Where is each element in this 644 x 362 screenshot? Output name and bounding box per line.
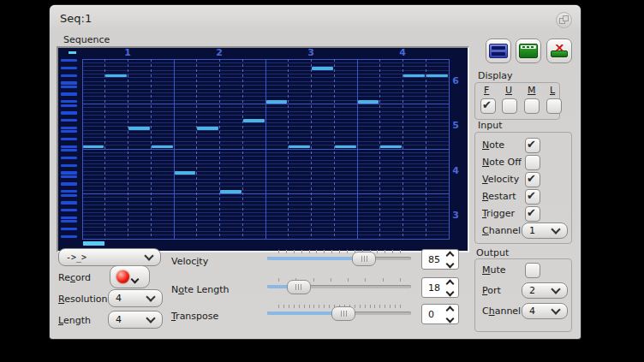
length-combo[interactable]: 4 xyxy=(108,311,163,329)
transpose-slider-label: Transpose xyxy=(171,311,218,322)
delete-button[interactable]: ✕ xyxy=(546,39,572,63)
display-groupbox: F U M L ✔ ✔ ✔ ✔ xyxy=(474,82,560,120)
grid-line xyxy=(334,59,335,240)
display-m-checkbox[interactable]: ✔ xyxy=(524,98,540,114)
chevron-down-icon xyxy=(146,292,155,301)
record-label: Record xyxy=(58,272,91,283)
note-off-checkbox[interactable]: ✔ xyxy=(525,155,540,170)
spinbox-arrows[interactable] xyxy=(444,251,456,269)
grid-line xyxy=(151,59,152,240)
note-length-slider-handle[interactable] xyxy=(287,280,311,294)
note-length-slider[interactable] xyxy=(267,276,411,295)
duplicate-button[interactable] xyxy=(486,39,511,63)
restart-checkbox[interactable]: ✔ xyxy=(525,189,540,205)
note-length-slider-label: Note Length xyxy=(171,284,230,295)
chevron-down-icon xyxy=(144,251,153,260)
output-channel-combo[interactable]: 4 xyxy=(522,303,568,319)
grid-line xyxy=(128,59,128,240)
note-bar[interactable] xyxy=(197,127,218,130)
piano-key xyxy=(61,81,77,84)
trigger-checkbox[interactable]: ✔ xyxy=(525,206,540,222)
piano-key xyxy=(61,138,77,140)
note-bar[interactable] xyxy=(175,171,196,175)
octave-label: 6 xyxy=(449,75,462,87)
display-u-checkbox[interactable]: ✔ xyxy=(502,98,517,114)
piano-key xyxy=(61,145,77,148)
record-button[interactable] xyxy=(110,265,150,288)
octave-label: 4 xyxy=(449,165,462,177)
note-bar[interactable] xyxy=(335,145,356,149)
piano-key xyxy=(61,190,77,193)
note-bar[interactable] xyxy=(312,67,333,70)
restart-label: Restart xyxy=(482,191,516,202)
note-bar[interactable] xyxy=(152,145,173,149)
mute-label: Mute xyxy=(482,264,506,276)
resolution-combo[interactable]: 4 xyxy=(108,289,163,307)
grid-line xyxy=(288,59,289,240)
chevron-down-icon xyxy=(551,305,560,314)
spin-up-icon xyxy=(445,251,454,259)
note-bar[interactable] xyxy=(105,74,127,78)
spin-up-icon xyxy=(445,306,454,314)
display-f-checkbox[interactable]: ✔ xyxy=(480,98,496,114)
note-bar[interactable] xyxy=(128,127,150,130)
grid-line xyxy=(265,59,266,240)
rename-button[interactable] xyxy=(516,39,541,63)
note-bar[interactable] xyxy=(243,119,265,122)
loop-pattern-combo[interactable]: ->_> xyxy=(58,248,161,266)
input-channel-combo[interactable]: 1 xyxy=(522,223,568,239)
piano-key xyxy=(61,235,77,238)
grid-line xyxy=(174,59,175,240)
transpose-slider[interactable] xyxy=(267,303,411,322)
beat-number-label: 3 xyxy=(265,48,357,58)
note-length-spinbox[interactable]: 18 xyxy=(421,277,459,298)
mute-checkbox[interactable]: ✔ xyxy=(525,263,540,278)
piano-key xyxy=(61,104,77,107)
spin-down-icon xyxy=(445,259,454,268)
loop-marker-icon[interactable] xyxy=(69,51,76,54)
note-bar[interactable] xyxy=(266,100,288,104)
output-group-label: Output xyxy=(476,247,509,258)
spin-down-icon xyxy=(445,314,454,323)
grid-line xyxy=(196,59,197,240)
chevron-down-icon xyxy=(131,276,140,284)
chevron-down-icon xyxy=(551,284,560,294)
velocity-slider-handle[interactable] xyxy=(352,252,376,266)
port-combo[interactable]: 2 xyxy=(522,282,568,299)
input-velocity-checkbox[interactable]: ✔ xyxy=(525,172,540,187)
display-l-checkbox[interactable]: ✔ xyxy=(546,98,562,114)
float-button[interactable] xyxy=(556,12,572,28)
note-bar[interactable] xyxy=(403,74,425,78)
note-bar[interactable] xyxy=(220,190,242,193)
note-checkbox[interactable]: ✔ xyxy=(525,138,540,153)
note-bar[interactable] xyxy=(380,145,402,149)
piano-key xyxy=(61,111,77,114)
transpose-slider-handle[interactable] xyxy=(331,306,355,321)
note-bar[interactable] xyxy=(426,74,448,78)
spinbox-arrows[interactable] xyxy=(444,279,456,297)
piano-key xyxy=(61,127,77,129)
beat-number-label: 4 xyxy=(357,48,449,58)
port-label: Port xyxy=(482,285,501,296)
note-bar[interactable] xyxy=(358,100,379,104)
velocity-spinbox[interactable]: 85 xyxy=(421,249,459,270)
grid-line xyxy=(426,59,426,240)
piano-roll[interactable]: 12346543 xyxy=(58,48,464,247)
trigger-label: Trigger xyxy=(482,208,515,219)
chevron-down-icon xyxy=(551,224,560,234)
seq-window: Seq:1 Sequence 12346543 ✕ Display F U M … xyxy=(50,5,581,339)
piano-key xyxy=(61,59,77,62)
display-group-label: Display xyxy=(478,70,513,81)
window-titlebar[interactable]: Seq:1 xyxy=(50,5,581,29)
note-bar[interactable] xyxy=(83,145,104,149)
transpose-spinbox[interactable]: 0 xyxy=(421,304,459,324)
grid-line xyxy=(104,59,105,240)
spinbox-arrows[interactable] xyxy=(444,306,456,323)
velocity-slider-label: Velocity xyxy=(171,256,208,267)
note-bar[interactable] xyxy=(289,145,310,149)
octave-label: 5 xyxy=(449,120,462,132)
beat-number-label: 1 xyxy=(82,48,174,58)
velocity-slider[interactable] xyxy=(267,248,411,267)
input-groupbox: Note ✔ Note Off ✔ Velocity ✔ Restart ✔ T… xyxy=(474,132,572,244)
piano-key xyxy=(61,100,77,103)
